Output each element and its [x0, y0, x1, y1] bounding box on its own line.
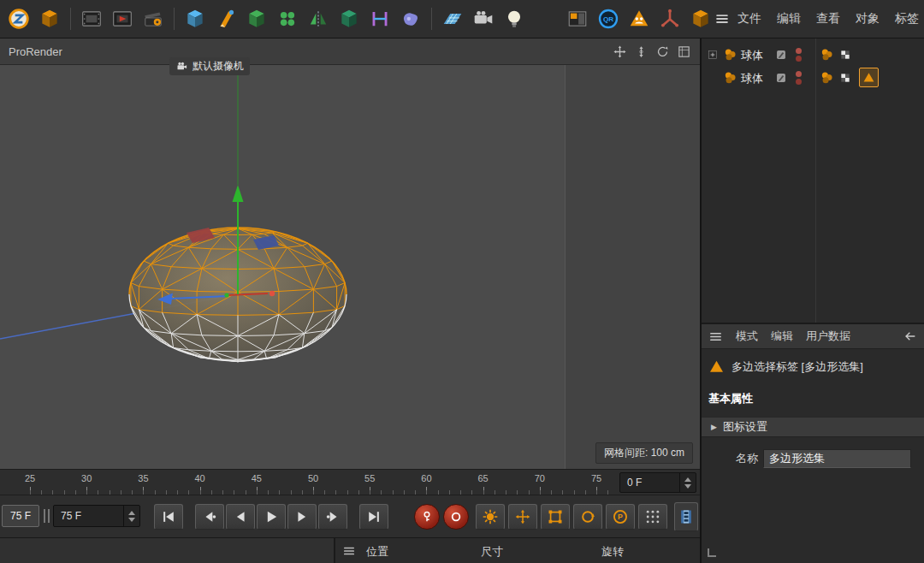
object-manager-menu-icon[interactable] — [714, 11, 730, 27]
edit-enable-icon[interactable] — [775, 72, 787, 84]
play-button[interactable] — [257, 504, 286, 530]
tag-title-row: 多边选择标签 [多边形选集] — [702, 349, 924, 378]
render-picture-viewer-icon[interactable] — [109, 5, 136, 33]
orbit-view-icon[interactable] — [655, 44, 670, 59]
volume-blob-icon[interactable] — [397, 5, 424, 33]
maximize-view-icon[interactable] — [677, 44, 691, 59]
frame-number-value: 75 F — [61, 510, 81, 522]
qr-icon[interactable]: QR — [595, 5, 622, 33]
next-key-button[interactable] — [318, 504, 347, 530]
dolly-view-icon[interactable] — [634, 44, 649, 59]
history-back-icon[interactable] — [903, 329, 917, 343]
snap-settings-button[interactable] — [638, 504, 667, 530]
goto-end-button[interactable] — [359, 504, 388, 530]
object-manager-menubar: 文件 编辑 查看 对象 标签 — [714, 11, 924, 27]
viewport-title: ProRender — [9, 45, 62, 58]
material-tag-icon[interactable] — [820, 47, 834, 62]
menu-edit[interactable]: 编辑 — [771, 329, 793, 344]
floor-icon[interactable] — [439, 5, 466, 33]
visibility-dots[interactable] — [796, 71, 802, 85]
spline-pen-icon[interactable] — [212, 5, 240, 33]
object-row-sphere-2[interactable]: 球体 — [702, 67, 924, 89]
toolbar-sep — [70, 8, 71, 30]
rotate-tool-button[interactable] — [573, 504, 602, 530]
goto-start-button[interactable] — [154, 504, 183, 530]
texture-tag-icon[interactable] — [839, 72, 851, 84]
next-frame-button[interactable] — [287, 504, 317, 530]
timeline-ruler[interactable]: 0 F 2530354045505560657075 — [0, 469, 700, 495]
panel-corner-icon[interactable] — [708, 548, 716, 557]
spinner-arrows-icon[interactable] — [123, 506, 139, 526]
deformer-icon[interactable] — [366, 5, 394, 33]
tick-label-50: 50 — [308, 473, 318, 483]
render-view-icon[interactable] — [78, 5, 105, 33]
frame-number-field[interactable]: 75 F — [53, 505, 140, 527]
volume-cube-icon[interactable] — [687, 5, 714, 33]
z-logo-icon[interactable] — [5, 5, 33, 33]
symmetry-icon[interactable] — [305, 5, 332, 33]
menu-view[interactable]: 查看 — [808, 11, 848, 27]
previous-key-button[interactable] — [195, 504, 224, 530]
subdivision-surface-icon[interactable] — [243, 5, 270, 33]
object-manager: 球体 球体 — [702, 39, 924, 323]
object-name[interactable]: 球体 — [741, 71, 763, 86]
character-icon[interactable] — [625, 5, 653, 33]
visibility-dots[interactable] — [796, 48, 802, 62]
menu-user-data[interactable]: 用户数据 — [806, 329, 850, 344]
move-tool-button[interactable] — [508, 504, 537, 530]
menu-objects[interactable]: 对象 — [848, 11, 887, 27]
object-name[interactable]: 球体 — [741, 48, 763, 63]
sphere-object-icon — [723, 47, 737, 62]
name-label: 名称 — [736, 451, 758, 466]
menu-mode[interactable]: 模式 — [736, 329, 758, 344]
animation-toolbar: 75 F 75 F P — [0, 495, 700, 537]
coordinate-system-button[interactable]: P — [606, 504, 635, 530]
icon-settings-fold[interactable]: ▶ 图标设置 — [702, 417, 924, 437]
viewport-column: ProRender 网格间距: 100 cm 默认摄像机 0 F 2530354… — [0, 39, 700, 563]
expand-icon[interactable] — [707, 49, 719, 61]
sphere-mesh-canvas[interactable] — [0, 65, 700, 469]
instance-icon[interactable] — [335, 5, 363, 33]
camera-label[interactable]: 默认摄像机 — [169, 57, 250, 75]
menu-tags[interactable]: 标签 — [887, 11, 924, 27]
attribute-menu-icon[interactable] — [708, 329, 723, 344]
array-generator-icon[interactable] — [274, 5, 301, 33]
scale-tool-button[interactable] — [541, 504, 570, 530]
light-icon[interactable] — [500, 5, 528, 33]
tick-label-25: 25 — [25, 473, 35, 483]
coordinate-input-area — [0, 538, 335, 563]
keying-options-button[interactable] — [476, 504, 505, 530]
menu-edit[interactable]: 编辑 — [769, 11, 808, 27]
object-row-sphere-1[interactable]: 球体 — [702, 44, 924, 66]
spinner-arrows-icon[interactable] — [679, 473, 696, 492]
last-tool-icon[interactable] — [36, 5, 63, 33]
current-frame-marker[interactable]: 75 F — [2, 505, 39, 527]
coordinate-bar: 位置 尺寸 旋转 — [0, 537, 700, 563]
texture-tag-icon[interactable] — [839, 49, 851, 61]
polygon-selection-tag-selected[interactable] — [859, 68, 879, 87]
primitive-cube-icon[interactable] — [181, 5, 209, 33]
pan-view-icon[interactable] — [613, 44, 627, 59]
menu-file[interactable]: 文件 — [730, 11, 769, 27]
camera-label-text: 默认摄像机 — [192, 59, 244, 74]
basic-properties-section: 基本属性 — [702, 378, 924, 410]
tick-label-55: 55 — [364, 473, 375, 483]
slider-grip-icon[interactable] — [44, 509, 50, 523]
viewport-layout-icon[interactable] — [564, 5, 591, 33]
previous-frame-button[interactable] — [226, 504, 255, 530]
edit-enable-icon[interactable] — [775, 49, 787, 61]
material-tag-icon[interactable] — [820, 70, 834, 85]
viewport-3d[interactable]: 网格间距: 100 cm — [0, 65, 700, 469]
end-frame-field[interactable]: 0 F — [619, 472, 696, 493]
timeline-window-button[interactable] — [674, 502, 698, 531]
record-keyframe-button[interactable] — [414, 504, 440, 530]
icon-settings-label: 图标设置 — [723, 419, 767, 435]
name-input[interactable]: 多边形选集 — [763, 449, 911, 468]
autokey-button[interactable] — [443, 504, 469, 530]
camera-icon[interactable] — [470, 5, 497, 33]
tick-label-65: 65 — [477, 473, 488, 483]
size-label: 尺寸 — [481, 544, 503, 560]
joint-icon[interactable] — [656, 5, 684, 33]
render-settings-icon[interactable] — [139, 5, 167, 33]
coordinate-menu-icon[interactable] — [342, 544, 356, 558]
